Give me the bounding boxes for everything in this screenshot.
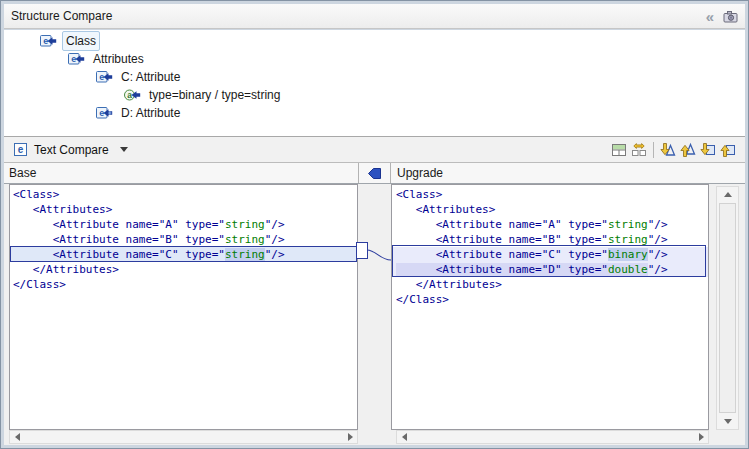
code-line: <Class> (392, 187, 708, 202)
structure-compare-header: Structure Compare « (4, 4, 745, 29)
chevron-down-icon[interactable] (120, 147, 128, 152)
svg-text:e: e (99, 72, 104, 82)
tree-item-c-attribute[interactable]: eC: Attribute (4, 68, 745, 86)
svg-text:e: e (99, 108, 104, 118)
scroll-right-arrow[interactable] (694, 431, 708, 443)
next-difference-icon[interactable] (659, 141, 677, 159)
diff-connector-stub (356, 242, 368, 259)
collapse-chevrons-icon[interactable]: « (706, 9, 716, 24)
emf-left-change-icon: e (40, 34, 57, 48)
next-change-icon[interactable] (699, 141, 717, 159)
text-compare-title: Text Compare (34, 143, 109, 157)
code-line: <Class> (10, 187, 357, 202)
scroll-left-arrow[interactable] (397, 431, 411, 443)
tree-item-label: D: Attribute (118, 104, 183, 122)
svg-text:e: e (18, 144, 24, 155)
text-compare-toolbar: e Text Compare (4, 136, 745, 163)
emf-left-change-icon: e (96, 70, 113, 84)
code-line: <Attribute name="D" type="double"/> (392, 262, 708, 277)
toolbar-separator (653, 142, 654, 158)
base-pane-title: Base (4, 163, 359, 183)
swap-panes-icon[interactable] (630, 141, 648, 159)
previous-difference-icon[interactable] (679, 141, 697, 159)
vertical-scrollbar[interactable] (716, 186, 739, 430)
code-line: <Attribute name="C" type="string"/> (10, 247, 357, 262)
emf-left-add-icon: e (96, 106, 113, 120)
orientation-icon[interactable] (610, 141, 628, 159)
code-line: <Attributes> (392, 202, 708, 217)
structure-compare-title: Structure Compare (11, 9, 112, 23)
previous-change-icon[interactable] (719, 141, 737, 159)
e-model-icon: e (13, 142, 28, 157)
tree-item-type-binary-type-string[interactable]: atype=binary / type=string (4, 86, 745, 104)
tree-item-label: Attributes (90, 50, 147, 68)
tree-item-class[interactable]: eClass (4, 32, 745, 50)
code-line: <Attribute name="C" type="binary"/> (392, 247, 708, 262)
compare-editor-window: Structure Compare « eClasseAttributeseC:… (0, 0, 749, 449)
code-line: <Attributes> (10, 202, 357, 217)
emf-left-change-icon: e (68, 52, 85, 66)
code-line: </Attributes> (10, 262, 357, 277)
code-line: <Attribute name="A" type="string"/> (392, 217, 708, 232)
upgrade-horizontal-scrollbar[interactable] (396, 430, 709, 444)
code-line: </Attributes> (392, 277, 708, 292)
camera-icon[interactable] (723, 9, 739, 25)
tree-item-d-attribute[interactable]: eD: Attribute (4, 104, 745, 122)
structure-tree: eClasseAttributeseC: Attributeatype=bina… (4, 30, 745, 136)
scroll-down-arrow[interactable] (717, 414, 738, 429)
code-line: </Class> (392, 292, 708, 307)
base-horizontal-scrollbar[interactable] (9, 430, 358, 444)
svg-text:a: a (127, 90, 132, 100)
scroll-right-arrow[interactable] (343, 431, 357, 443)
code-line: <Attribute name="B" type="string"/> (10, 232, 357, 247)
upgrade-editor[interactable]: <Class> <Attributes> <Attribute name="A"… (391, 184, 709, 430)
upgrade-pane-title: Upgrade (391, 163, 745, 183)
attr-left-change-icon: a (124, 88, 141, 102)
code-line: <Attribute name="B" type="string"/> (392, 232, 708, 247)
tree-item-label: type=binary / type=string (146, 86, 283, 104)
diff-direction-cell (359, 163, 391, 183)
svg-text:e: e (43, 36, 48, 46)
code-line: </Class> (10, 277, 357, 292)
scroll-up-arrow[interactable] (717, 187, 738, 202)
tree-item-label: C: Attribute (118, 68, 183, 86)
code-line: <Attribute name="A" type="string"/> (10, 217, 357, 232)
vertical-scrollbar-thumb[interactable] (719, 203, 736, 413)
base-editor[interactable]: <Class> <Attributes> <Attribute name="A"… (9, 184, 358, 430)
tree-item-label: Class (62, 31, 100, 51)
incoming-change-arrow-icon (368, 168, 381, 179)
scroll-left-arrow[interactable] (10, 431, 24, 443)
svg-text:e: e (71, 54, 76, 64)
pane-headers: Base Upgrade (4, 163, 745, 184)
tree-item-attributes[interactable]: eAttributes (4, 50, 745, 68)
